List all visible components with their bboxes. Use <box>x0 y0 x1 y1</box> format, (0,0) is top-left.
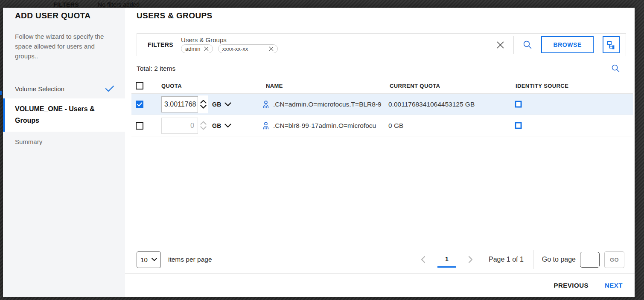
chevron-down-icon[interactable] <box>200 126 207 130</box>
column-header-name: NAME <box>262 83 385 89</box>
step-label: VOLUME_ONE - Users & Groups <box>15 103 114 126</box>
next-page-button[interactable] <box>466 254 475 265</box>
quota-stepper[interactable] <box>198 95 208 113</box>
goto-page-input[interactable] <box>580 252 600 268</box>
unit-dropdown[interactable]: GB <box>212 122 231 129</box>
chevron-down-icon <box>224 124 231 128</box>
step-label: Summary <box>15 138 42 145</box>
table-empty-area <box>125 136 635 250</box>
chevron-up-icon[interactable] <box>200 121 207 125</box>
header-select-all-cell <box>131 82 157 89</box>
identity-source-icon <box>514 121 523 130</box>
row-checkbox[interactable] <box>136 122 143 130</box>
step-volume-one-users-groups[interactable]: VOLUME_ONE - Users & Groups <box>3 98 125 132</box>
dialog-description: Follow the wizard to specify the space a… <box>3 32 125 61</box>
page-info-text: Page 1 of 1 <box>489 256 524 263</box>
background-page-filter-summary: FILTERSNo filters added <box>53 0 140 8</box>
current-page-number[interactable]: 1 <box>437 255 456 268</box>
filter-chip-admin[interactable]: admin <box>181 44 213 53</box>
check-icon <box>137 102 142 107</box>
wizard-sidebar: ADD USER QUOTA Follow the wizard to spec… <box>3 8 125 297</box>
current-quota-cell: 0 GB <box>385 122 511 130</box>
table-search-button[interactable] <box>611 64 620 73</box>
chip-label: admin <box>185 46 200 52</box>
tree-icon <box>607 40 616 49</box>
select-all-checkbox[interactable] <box>136 82 143 89</box>
unit-label: GB <box>212 101 221 108</box>
background-filters-label: FILTERS <box>53 1 79 8</box>
column-header-current-quota: CURRENT QUOTA <box>385 83 511 89</box>
chip-remove-icon[interactable] <box>269 46 274 51</box>
go-button[interactable]: GO <box>604 251 624 268</box>
filter-chip-date[interactable]: xxxx-xx-xx <box>218 44 278 53</box>
row-select-cell <box>131 122 157 130</box>
panel-title: USERS & GROUPS <box>137 10 623 21</box>
step-label: Volume Selection <box>15 85 64 92</box>
unit-dropdown[interactable]: GB <box>212 101 231 108</box>
table-row: GB .CN=admin.O=microfocus.T=BLR8-9 0.001… <box>131 94 633 115</box>
step-volume-selection[interactable]: Volume Selection <box>3 79 125 98</box>
users-groups-table: QUOTA NAME CURRENT QUOTA IDENTITY SOURCE <box>131 78 633 136</box>
chevron-down-icon <box>224 102 231 107</box>
column-header-quota: QUOTA <box>157 83 262 89</box>
column-header-identity-source: IDENTITY SOURCE <box>511 83 633 89</box>
identity-source-cell <box>511 121 633 130</box>
chip-label: xxxx-xx-xx <box>222 46 248 52</box>
total-row: Total: 2 items <box>137 64 626 73</box>
quota-cell: GB <box>157 117 262 135</box>
quota-cell: GB <box>157 95 262 113</box>
filter-bar: FILTERS Users & Groups admin xxxx-xx-xx <box>137 33 626 56</box>
filter-search-button[interactable] <box>523 40 532 49</box>
step-summary[interactable]: Summary <box>3 132 125 151</box>
browse-button[interactable]: BROWSE <box>541 36 594 53</box>
user-dn-text: .CN=blr8-99-17admin.O=microfocu <box>273 122 376 130</box>
chevron-up-icon[interactable] <box>200 100 207 104</box>
wizard-steps: Volume Selection VOLUME_ONE - Users & Gr… <box>3 79 125 151</box>
close-icon <box>496 41 504 49</box>
modal-backdrop: FILTERSNo filters added ADD USER QUOTA F… <box>0 0 644 300</box>
row-select-cell <box>131 101 157 108</box>
current-quota-cell: 0.0011768341064453125 GB <box>385 101 511 108</box>
identity-source-cell <box>511 100 633 109</box>
previous-button[interactable]: PREVIOUS <box>554 282 589 289</box>
chevron-down-icon[interactable] <box>200 105 207 109</box>
quota-stepper[interactable] <box>198 117 208 135</box>
filter-chips: admin xxxx-xx-xx <box>181 44 277 53</box>
items-per-page-label: items per page <box>168 256 212 263</box>
chip-remove-icon[interactable] <box>204 46 209 51</box>
identity-source-icon <box>514 100 523 109</box>
chevron-down-icon <box>152 258 157 261</box>
user-icon <box>262 121 270 130</box>
background-filters-status: No filters added <box>98 1 140 8</box>
dialog-title: ADD USER QUOTA <box>3 10 125 21</box>
add-user-quota-dialog: ADD USER QUOTA Follow the wizard to spec… <box>3 8 635 297</box>
name-cell: .CN=blr8-99-17admin.O=microfocu <box>262 121 385 130</box>
user-dn-text: .CN=admin.O=microfocus.T=BLR8-9 <box>273 101 382 108</box>
check-icon <box>105 85 114 92</box>
previous-page-button[interactable] <box>419 254 427 265</box>
divider <box>513 36 514 54</box>
clear-filters-button[interactable] <box>496 41 504 49</box>
search-icon <box>523 40 532 49</box>
wizard-footer: PREVIOUS NEXT <box>125 273 635 297</box>
name-cell: .CN=admin.O=microfocus.T=BLR8-9 <box>262 100 385 109</box>
filters-label: FILTERS <box>148 41 173 48</box>
filter-bar-actions: BROWSE <box>496 36 626 54</box>
unit-label: GB <box>212 122 221 129</box>
table-header-row: QUOTA NAME CURRENT QUOTA IDENTITY SOURCE <box>131 78 633 94</box>
table-row: GB .CN=blr8-99-17admin.O=microfocu 0 GB <box>131 115 633 136</box>
total-items-text: Total: 2 items <box>137 65 175 72</box>
pager: 1 Page 1 of 1 Go to page GO <box>419 250 624 269</box>
search-icon <box>611 64 620 73</box>
divider <box>533 250 533 269</box>
users-groups-panel: USERS & GROUPS FILTERS Users & Groups ad… <box>125 8 635 297</box>
next-button[interactable]: NEXT <box>605 282 623 289</box>
quota-input[interactable] <box>161 96 198 112</box>
browse-tree-button[interactable] <box>603 36 620 53</box>
pagination-bar: 10 items per page 1 Page 1 of 1 Go to pa… <box>137 250 624 269</box>
chevron-left-icon <box>420 256 425 263</box>
items-per-page-select[interactable]: 10 <box>137 251 161 268</box>
backdrop-accent-sliver <box>0 91 2 95</box>
row-checkbox[interactable] <box>136 101 143 108</box>
quota-input[interactable] <box>161 118 198 134</box>
